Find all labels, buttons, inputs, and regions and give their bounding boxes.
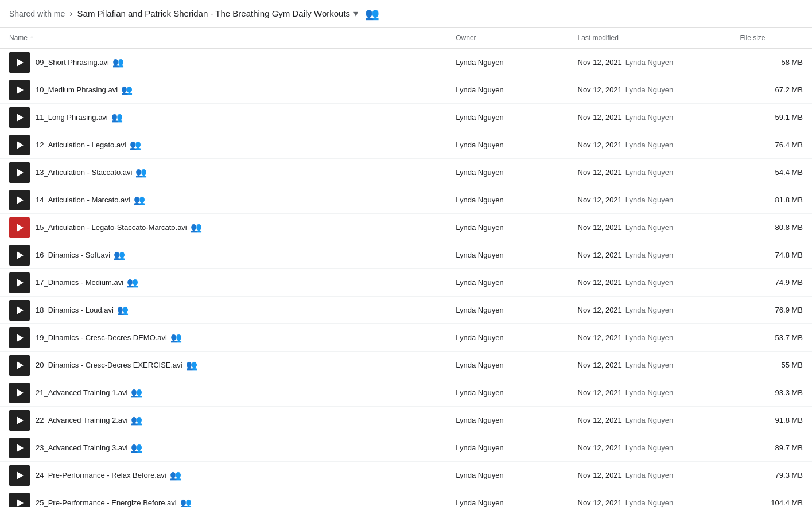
file-name-label: 22_Advanced Training 2.avi xyxy=(36,416,127,424)
table-row[interactable]: 12_Articulation - Legato.avi 👥 Lynda Ngu… xyxy=(0,131,812,159)
play-icon xyxy=(17,334,24,342)
file-name-label: 10_Medium Phrasing.avi xyxy=(36,85,118,94)
table-row[interactable]: 24_Pre-Performance - Relax Before.avi 👥 … xyxy=(0,462,812,489)
file-name-cell: 10_Medium Phrasing.avi 👥 xyxy=(0,76,446,104)
play-icon xyxy=(17,114,24,122)
file-thumbnail xyxy=(9,383,30,403)
file-owner-cell: Lynda Nguyen xyxy=(446,131,568,159)
table-row[interactable]: 20_Dinamics - Cresc-Decres EXERCISE.avi … xyxy=(0,352,812,379)
folder-dropdown-arrow[interactable]: ▾ xyxy=(353,8,358,19)
col-header-size[interactable]: File size xyxy=(731,28,813,49)
table-row[interactable]: 19_Dinamics - Cresc-Decres DEMO.avi 👥 Ly… xyxy=(0,324,812,352)
breadcrumb-current-folder: Sam Pilafian and Patrick Sheridan - The … xyxy=(77,8,359,19)
table-row[interactable]: 09_Short Phrasing.avi 👥 Lynda Nguyen Nov… xyxy=(0,49,812,76)
file-thumbnail xyxy=(9,80,30,100)
play-icon xyxy=(17,306,24,314)
file-size-cell: 74.9 MB xyxy=(731,269,813,297)
table-row[interactable]: 18_Dinamics - Loud.avi 👥 Lynda Nguyen No… xyxy=(0,297,812,324)
file-table: Name ↑ Owner Last modified File size 09_… xyxy=(0,28,812,507)
play-icon xyxy=(17,361,24,369)
file-thumbnail xyxy=(9,190,30,210)
file-thumbnail xyxy=(9,410,30,431)
col-header-owner[interactable]: Owner xyxy=(446,28,568,49)
table-header-row: Name ↑ Owner Last modified File size xyxy=(0,28,812,49)
file-name-text: 09_Short Phrasing.avi 👥 xyxy=(36,57,124,68)
file-thumbnail xyxy=(9,52,30,73)
file-owner-cell: Lynda Nguyen xyxy=(446,49,568,76)
file-name-text: 18_Dinamics - Loud.avi 👥 xyxy=(36,305,129,315)
modified-date: Nov 12, 2021 xyxy=(578,388,622,397)
file-name-label: 09_Short Phrasing.avi xyxy=(36,58,109,67)
breadcrumb-folder-name: Sam Pilafian and Patrick Sheridan - The … xyxy=(77,9,351,18)
table-row[interactable]: 10_Medium Phrasing.avi 👥 Lynda Nguyen No… xyxy=(0,76,812,104)
file-name-text: 11_Long Phrasing.avi 👥 xyxy=(36,112,123,123)
file-name-text: 24_Pre-Performance - Relax Before.avi 👥 xyxy=(36,470,181,481)
table-row[interactable]: 13_Articulation - Staccato.avi 👥 Lynda N… xyxy=(0,159,812,186)
modified-date: Nov 12, 2021 xyxy=(578,498,622,507)
shared-icon: 👥 xyxy=(121,84,133,95)
file-modified-cell: Nov 12, 2021 Lynda Nguyen xyxy=(569,49,731,76)
table-row[interactable]: 25_Pre-Performance - Energize Before.avi… xyxy=(0,489,812,508)
file-owner-cell: Lynda Nguyen xyxy=(446,407,568,434)
file-thumbnail xyxy=(9,162,30,183)
file-owner-cell: Lynda Nguyen xyxy=(446,76,568,104)
modifier-name: Lynda Nguyen xyxy=(625,168,673,177)
modified-date: Nov 12, 2021 xyxy=(578,333,622,342)
file-modified-cell: Nov 12, 2021 Lynda Nguyen xyxy=(569,104,731,131)
file-name-text: 21_Advanced Training 1.avi 👥 xyxy=(36,387,142,398)
col-header-name[interactable]: Name ↑ xyxy=(0,28,446,49)
file-size-cell: 67.2 MB xyxy=(731,76,813,104)
table-row[interactable]: 17_Dinamics - Medium.avi 👥 Lynda Nguyen … xyxy=(0,269,812,297)
breadcrumb: Shared with me › Sam Pilafian and Patric… xyxy=(0,0,812,28)
file-owner-cell: Lynda Nguyen xyxy=(446,297,568,324)
modifier-name: Lynda Nguyen xyxy=(625,306,673,314)
play-icon xyxy=(17,471,24,479)
file-size-cell: 81.8 MB xyxy=(731,186,813,214)
table-row[interactable]: 16_Dinamics - Soft.avi 👥 Lynda Nguyen No… xyxy=(0,241,812,269)
file-modified-cell: Nov 12, 2021 Lynda Nguyen xyxy=(569,159,731,186)
table-row[interactable]: 21_Advanced Training 1.avi 👥 Lynda Nguye… xyxy=(0,379,812,407)
file-name-text: 10_Medium Phrasing.avi 👥 xyxy=(36,84,133,95)
col-header-modified[interactable]: Last modified xyxy=(569,28,731,49)
shared-icon: 👥 xyxy=(170,332,182,343)
modifier-name: Lynda Nguyen xyxy=(625,58,673,67)
file-name-text: 23_Advanced Training 3.avi 👥 xyxy=(36,442,142,453)
modified-date: Nov 12, 2021 xyxy=(578,141,622,149)
modifier-name: Lynda Nguyen xyxy=(625,113,673,122)
modifier-name: Lynda Nguyen xyxy=(625,141,673,149)
modifier-name: Lynda Nguyen xyxy=(625,278,673,287)
file-size-cell: 59.1 MB xyxy=(731,104,813,131)
file-name-label: 16_Dinamics - Soft.avi xyxy=(36,251,110,259)
file-name-text: 20_Dinamics - Cresc-Decres EXERCISE.avi … xyxy=(36,360,197,370)
file-name-label: 14_Articulation - Marcato.avi xyxy=(36,196,130,204)
shared-icon: 👥 xyxy=(111,112,123,123)
file-modified-cell: Nov 12, 2021 Lynda Nguyen xyxy=(569,434,731,462)
file-size-cell: 79.3 MB xyxy=(731,462,813,489)
folder-people-icon[interactable]: 👥 xyxy=(365,7,379,21)
table-row[interactable]: 15_Articulation - Legato-Staccato-Marcat… xyxy=(0,214,812,241)
file-modified-cell: Nov 12, 2021 Lynda Nguyen xyxy=(569,297,731,324)
file-modified-cell: Nov 12, 2021 Lynda Nguyen xyxy=(569,186,731,214)
table-row[interactable]: 22_Advanced Training 2.avi 👥 Lynda Nguye… xyxy=(0,407,812,434)
table-row[interactable]: 14_Articulation - Marcato.avi 👥 Lynda Ng… xyxy=(0,186,812,214)
modified-date: Nov 12, 2021 xyxy=(578,223,622,232)
file-name-text: 15_Articulation - Legato-Staccato-Marcat… xyxy=(36,222,202,233)
table-row[interactable]: 23_Advanced Training 3.avi 👥 Lynda Nguye… xyxy=(0,434,812,462)
file-name-cell: 18_Dinamics - Loud.avi 👥 xyxy=(0,297,446,324)
file-name-cell: 19_Dinamics - Cresc-Decres DEMO.avi 👥 xyxy=(0,324,446,352)
file-modified-cell: Nov 12, 2021 Lynda Nguyen xyxy=(569,352,731,379)
breadcrumb-shared-link[interactable]: Shared with me xyxy=(9,9,65,18)
modified-date: Nov 12, 2021 xyxy=(578,196,622,204)
file-size-cell: 93.3 MB xyxy=(731,379,813,407)
play-icon xyxy=(17,169,24,177)
modified-date: Nov 12, 2021 xyxy=(578,443,622,452)
file-modified-cell: Nov 12, 2021 Lynda Nguyen xyxy=(569,489,731,508)
table-row[interactable]: 11_Long Phrasing.avi 👥 Lynda Nguyen Nov … xyxy=(0,104,812,131)
file-size-cell: 55 MB xyxy=(731,352,813,379)
file-name-cell: 20_Dinamics - Cresc-Decres EXERCISE.avi … xyxy=(0,352,446,379)
file-name-text: 13_Articulation - Staccato.avi 👥 xyxy=(36,167,147,178)
file-owner-cell: Lynda Nguyen xyxy=(446,324,568,352)
file-owner-cell: Lynda Nguyen xyxy=(446,186,568,214)
shared-icon: 👥 xyxy=(180,497,192,507)
file-owner-cell: Lynda Nguyen xyxy=(446,269,568,297)
